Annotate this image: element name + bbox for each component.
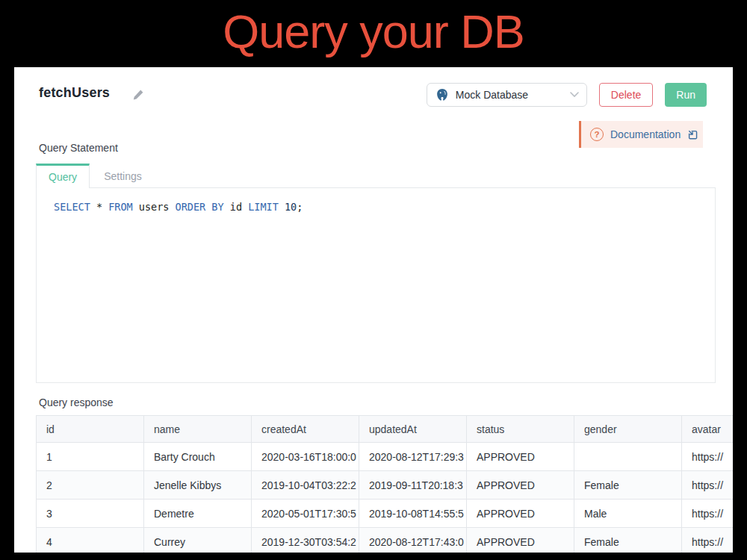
sql-code-line: SELECT * FROM users ORDER BY id LIMIT 10… <box>37 188 715 213</box>
delete-button[interactable]: Delete <box>599 83 653 107</box>
help-circle-icon: ? <box>590 128 604 141</box>
column-header[interactable]: gender <box>574 416 682 443</box>
cell-updatedAt: 2020-08-12T17:43:0 <box>359 528 467 553</box>
cell-gender: Female <box>574 528 682 553</box>
cell-id: 3 <box>37 500 144 528</box>
table-row[interactable]: 1 Barty Crouch 2020-03-16T18:00:0 2020-0… <box>37 443 734 471</box>
column-header[interactable]: name <box>144 416 252 443</box>
cell-name: Demetre <box>144 500 252 528</box>
tab-query[interactable]: Query <box>36 164 90 188</box>
query-statement-label: Query Statement <box>39 142 118 154</box>
table-header-row: id name createdAt updatedAt status gende… <box>37 416 734 443</box>
query-name: fetchUsers <box>39 85 110 101</box>
tab-settings[interactable]: Settings <box>90 165 156 187</box>
column-header[interactable]: status <box>467 416 574 443</box>
cell-id: 4 <box>37 528 144 553</box>
cell-gender <box>574 443 682 471</box>
documentation-link[interactable]: ? Documentation <box>579 121 703 148</box>
column-header[interactable]: avatar <box>682 416 734 443</box>
database-select[interactable]: Mock Database <box>427 83 587 107</box>
page-title: Query your DB <box>0 4 747 58</box>
sql-token: ORDER BY <box>176 201 224 213</box>
cell-updatedAt: 2019-10-08T14:55:5 <box>359 500 467 528</box>
open-docs-icon <box>687 129 698 140</box>
run-button[interactable]: Run <box>665 83 707 107</box>
cell-createdAt: 2019-12-30T03:54:2 <box>252 528 359 553</box>
table-row[interactable]: 3 Demetre 2020-05-01T17:30:5 2019-10-08T… <box>37 500 734 528</box>
cell-status: APPROVED <box>467 471 574 500</box>
database-select-value: Mock Database <box>456 89 564 101</box>
cell-gender: Male <box>574 500 682 528</box>
cell-status: APPROVED <box>467 500 574 528</box>
sql-token: ; <box>297 201 303 213</box>
cell-createdAt: 2020-03-16T18:00:0 <box>252 443 359 471</box>
cell-name: Jenelle Kibbys <box>144 471 252 500</box>
column-header[interactable]: updatedAt <box>359 416 467 443</box>
postgres-icon <box>435 87 450 102</box>
cell-updatedAt: 2020-08-12T17:29:3 <box>359 443 467 471</box>
sql-editor[interactable]: SELECT * FROM users ORDER BY id LIMIT 10… <box>36 188 716 383</box>
cell-createdAt: 2020-05-01T17:30:5 <box>252 500 359 528</box>
sql-token: * <box>90 201 108 213</box>
sql-token: FROM <box>108 201 133 213</box>
cell-id: 1 <box>37 443 144 471</box>
sql-token: users <box>133 201 176 213</box>
cell-id: 2 <box>37 471 144 500</box>
cell-createdAt: 2019-10-04T03:22:2 <box>252 471 359 500</box>
documentation-label: Documentation <box>610 128 681 140</box>
sql-token: LIMIT <box>248 201 279 213</box>
query-editor-panel: fetchUsers Mock Database Delete Run <box>14 67 733 553</box>
cell-avatar: https:// <box>682 528 734 553</box>
cell-avatar: https:// <box>682 471 734 500</box>
table-row[interactable]: 4 Currey 2019-12-30T03:54:2 2020-08-12T1… <box>37 528 734 553</box>
cell-name: Barty Crouch <box>144 443 252 471</box>
sql-token: SELECT <box>54 201 90 213</box>
sql-token: 10 <box>279 201 297 213</box>
cell-avatar: https:// <box>682 443 734 471</box>
query-tabbar: Query Settings <box>36 164 716 188</box>
cell-status: APPROVED <box>467 528 574 553</box>
sql-token: id <box>224 201 249 213</box>
edit-pencil-icon[interactable] <box>132 89 144 101</box>
header-controls: Mock Database Delete Run <box>427 83 707 107</box>
chevron-down-icon <box>570 92 579 98</box>
response-table: id name createdAt updatedAt status gende… <box>36 415 733 553</box>
cell-gender: Female <box>574 471 682 500</box>
column-header[interactable]: createdAt <box>252 416 359 443</box>
response-table-wrap: id name createdAt updatedAt status gende… <box>36 415 733 553</box>
cell-name: Currey <box>144 528 252 553</box>
cell-avatar: https:// <box>682 500 734 528</box>
column-header[interactable]: id <box>37 416 144 443</box>
table-row[interactable]: 2 Jenelle Kibbys 2019-10-04T03:22:2 2019… <box>37 471 734 500</box>
cell-status: APPROVED <box>467 443 574 471</box>
cell-updatedAt: 2019-09-11T20:18:3 <box>359 471 467 500</box>
query-response-label: Query response <box>39 396 114 408</box>
